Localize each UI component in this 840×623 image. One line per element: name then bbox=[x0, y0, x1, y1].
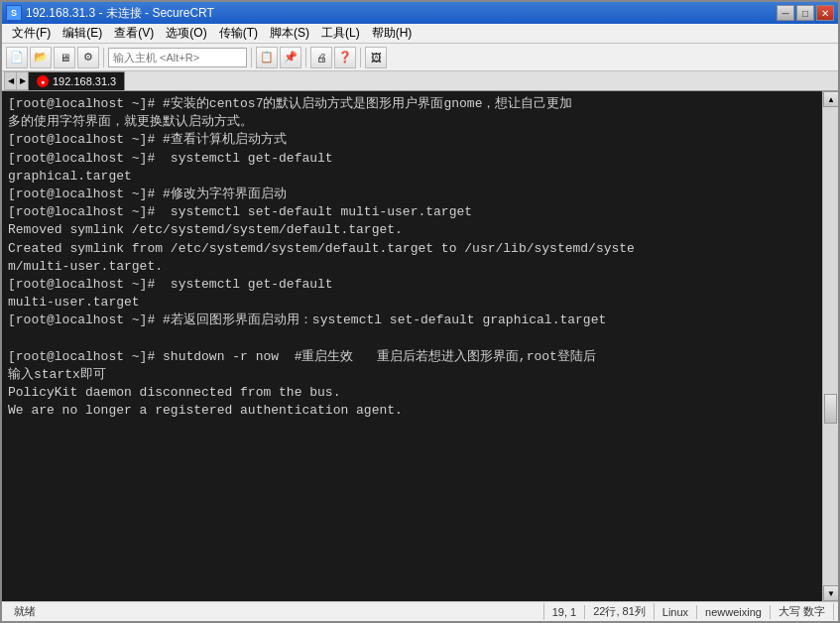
scroll-thumb[interactable] bbox=[824, 394, 837, 424]
toolbar-separator-2 bbox=[251, 48, 252, 67]
terminal-wrapper: [root@localhost ~]# #安装的centos7的默认启动方式是图… bbox=[2, 91, 838, 601]
app-icon: S bbox=[6, 5, 22, 21]
status-bar: 就绪 19, 1 22行, 81列 Linux newweixing 大写 数字 bbox=[2, 601, 838, 621]
title-bar-left: S 192.168.31.3 - 未连接 - SecureCRT bbox=[6, 5, 214, 22]
tab-session[interactable]: ● 192.168.31.3 bbox=[28, 71, 125, 90]
toolbar-separator-3 bbox=[305, 48, 306, 67]
menu-item-l[interactable]: 工具(L) bbox=[315, 23, 366, 44]
open-button[interactable]: 📂 bbox=[30, 47, 52, 68]
vertical-scrollbar[interactable]: ▲ ▼ bbox=[822, 91, 838, 601]
minimize-button[interactable]: ─ bbox=[777, 5, 794, 21]
tab-prev-button[interactable]: ◀ bbox=[4, 71, 16, 90]
print-button[interactable]: 🖨 bbox=[310, 47, 332, 68]
help-button[interactable]: ❓ bbox=[334, 47, 356, 68]
scroll-up-button[interactable]: ▲ bbox=[823, 91, 838, 107]
toolbar-separator-1 bbox=[103, 48, 104, 67]
window-title: 192.168.31.3 - 未连接 - SecureCRT bbox=[26, 5, 214, 22]
copy-button[interactable]: 📋 bbox=[256, 47, 278, 68]
tab-bar: ◀ ▶ ● 192.168.31.3 bbox=[2, 71, 838, 91]
menu-item-v[interactable]: 查看(V) bbox=[108, 23, 160, 44]
menu-bar: 文件(F)编辑(E)查看(V)选项(O)传输(T)脚本(S)工具(L)帮助(H) bbox=[2, 24, 838, 44]
paste-button[interactable]: 📌 bbox=[280, 47, 301, 68]
status-ready: 就绪 bbox=[6, 603, 544, 620]
maximize-button[interactable]: □ bbox=[796, 5, 814, 21]
toolbar: 📄 📂 🖥 ⚙ 📋 📌 🖨 ❓ 🖼 bbox=[2, 44, 838, 71]
new-session-button[interactable]: 📄 bbox=[6, 47, 28, 68]
title-bar-controls: ─ □ ✕ bbox=[777, 5, 834, 21]
image-button[interactable]: 🖼 bbox=[365, 47, 387, 68]
toolbar-separator-4 bbox=[360, 48, 361, 67]
content-area: [root@localhost ~]# #安装的centos7的默认启动方式是图… bbox=[2, 91, 838, 601]
status-site: newweixing bbox=[697, 605, 771, 619]
status-lines: 22行, 81列 bbox=[585, 603, 655, 620]
tab-status-icon: ● bbox=[37, 75, 49, 87]
title-bar: S 192.168.31.3 - 未连接 - SecureCRT ─ □ ✕ bbox=[2, 2, 838, 24]
scroll-down-button[interactable]: ▼ bbox=[823, 585, 838, 601]
main-window: S 192.168.31.3 - 未连接 - SecureCRT ─ □ ✕ 文… bbox=[0, 0, 840, 623]
toolbar-btn-3[interactable]: 🖥 bbox=[54, 47, 75, 68]
close-button[interactable]: ✕ bbox=[816, 5, 834, 21]
status-os: Linux bbox=[655, 605, 697, 619]
menu-item-s[interactable]: 脚本(S) bbox=[264, 23, 315, 44]
tab-label: 192.168.31.3 bbox=[53, 75, 116, 87]
scroll-track[interactable] bbox=[823, 107, 838, 585]
toolbar-btn-4[interactable]: ⚙ bbox=[77, 47, 99, 68]
terminal-output[interactable]: [root@localhost ~]# #安装的centos7的默认启动方式是图… bbox=[2, 91, 822, 601]
status-caps: 大写 数字 bbox=[771, 603, 834, 620]
menu-item-h[interactable]: 帮助(H) bbox=[366, 23, 419, 44]
menu-item-f[interactable]: 文件(F) bbox=[6, 23, 57, 44]
menu-item-t[interactable]: 传输(T) bbox=[213, 23, 264, 44]
menu-item-e[interactable]: 编辑(E) bbox=[57, 23, 108, 44]
host-input[interactable] bbox=[108, 48, 247, 67]
menu-item-o[interactable]: 选项(O) bbox=[160, 23, 212, 44]
status-position: 19, 1 bbox=[544, 605, 585, 619]
tab-next-button[interactable]: ▶ bbox=[16, 71, 28, 90]
